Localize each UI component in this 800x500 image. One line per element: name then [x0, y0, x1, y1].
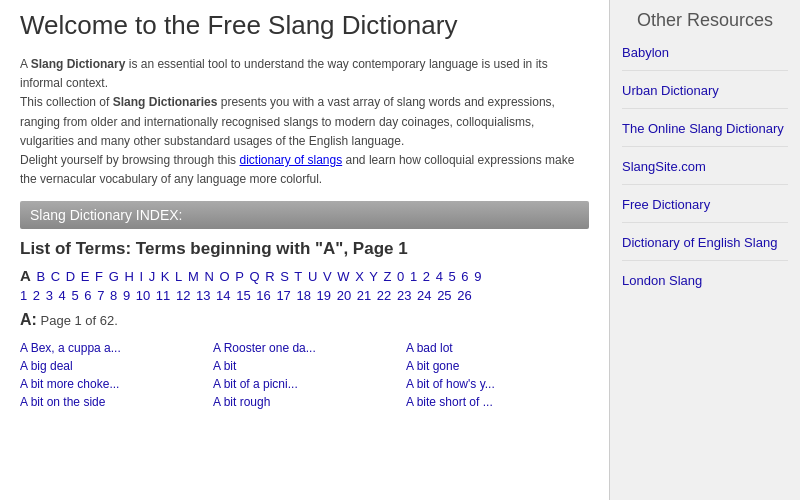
sidebar-link-free-dictionary[interactable]: Free Dictionary — [622, 197, 710, 212]
alpha-link-w[interactable]: W — [337, 269, 349, 284]
alpha-link-i[interactable]: I — [139, 269, 143, 284]
page-link-24[interactable]: 24 — [417, 288, 431, 303]
alpha-link-f[interactable]: F — [95, 269, 103, 284]
sidebar-item-slangsite: SlangSite.com — [622, 159, 788, 185]
terms-grid: A Bex, a cuppa a... A big deal A bit mor… — [20, 339, 589, 411]
page-link-4[interactable]: 4 — [59, 288, 66, 303]
alpha-link-b[interactable]: B — [36, 269, 45, 284]
alpha-link-4[interactable]: 4 — [436, 269, 443, 284]
slangs-link[interactable]: dictionary of slangs — [239, 153, 342, 167]
alpha-link-q[interactable]: Q — [250, 269, 260, 284]
page-of-text: Page 1 of 62. — [41, 313, 118, 328]
page-link-16[interactable]: 16 — [256, 288, 270, 303]
term-a-bit-hows[interactable]: A bit of how's y... — [406, 375, 589, 393]
alpha-link-u[interactable]: U — [308, 269, 317, 284]
sidebar-link-english-slang[interactable]: Dictionary of English Slang — [622, 235, 777, 250]
alpha-link-5[interactable]: 5 — [449, 269, 456, 284]
terms-col3: A bad lot A bit gone A bit of how's y...… — [406, 339, 589, 411]
sidebar-link-london-slang[interactable]: London Slang — [622, 273, 702, 288]
alpha-link-y[interactable]: Y — [369, 269, 378, 284]
sidebar-link-slangsite[interactable]: SlangSite.com — [622, 159, 706, 174]
page-link-25[interactable]: 25 — [437, 288, 451, 303]
page-link-22[interactable]: 22 — [377, 288, 391, 303]
term-a-rooster[interactable]: A Rooster one da... — [213, 339, 396, 357]
page-link-20[interactable]: 20 — [337, 288, 351, 303]
sidebar-link-babylon[interactable]: Babylon — [622, 45, 669, 60]
term-a-bit-picni[interactable]: A bit of a picni... — [213, 375, 396, 393]
page-title: Welcome to the Free Slang Dictionary — [20, 10, 589, 41]
index-label: Slang Dictionary INDEX: — [30, 207, 183, 223]
alpha-link-e[interactable]: E — [81, 269, 90, 284]
alpha-link-h[interactable]: H — [124, 269, 133, 284]
alpha-link-k[interactable]: K — [161, 269, 170, 284]
sidebar-item-babylon: Babylon — [622, 45, 788, 71]
page-link-1[interactable]: 1 — [20, 288, 27, 303]
page-link-8[interactable]: 8 — [110, 288, 117, 303]
page-link-17[interactable]: 17 — [276, 288, 290, 303]
terms-col1: A Bex, a cuppa a... A big deal A bit mor… — [20, 339, 203, 411]
letter-label: A: — [20, 311, 37, 328]
alpha-link-2[interactable]: 2 — [423, 269, 430, 284]
page-link-13[interactable]: 13 — [196, 288, 210, 303]
page-link-7[interactable]: 7 — [97, 288, 104, 303]
page-link-23[interactable]: 23 — [397, 288, 411, 303]
alpha-link-r[interactable]: R — [265, 269, 274, 284]
page-link-2[interactable]: 2 — [33, 288, 40, 303]
term-a-bit-on-the-side[interactable]: A bit on the side — [20, 393, 203, 411]
sidebar-link-urban-dictionary[interactable]: Urban Dictionary — [622, 83, 719, 98]
page-link-6[interactable]: 6 — [84, 288, 91, 303]
alpha-link-d[interactable]: D — [66, 269, 75, 284]
page-link-18[interactable]: 18 — [296, 288, 310, 303]
term-a-bit-gone[interactable]: A bit gone — [406, 357, 589, 375]
sidebar-item-urban-dictionary: Urban Dictionary — [622, 83, 788, 109]
page-link-12[interactable]: 12 — [176, 288, 190, 303]
alpha-link-n[interactable]: N — [204, 269, 213, 284]
sidebar-links: Babylon Urban Dictionary The Online Slan… — [622, 45, 788, 298]
page-link-15[interactable]: 15 — [236, 288, 250, 303]
alpha-link-o[interactable]: O — [219, 269, 229, 284]
alpha-link-p[interactable]: P — [235, 269, 244, 284]
page-link-5[interactable]: 5 — [71, 288, 78, 303]
alphabet-nav: A B C D E F G H I J K L M N O P Q R S T … — [20, 267, 589, 284]
alpha-link-9[interactable]: 9 — [474, 269, 481, 284]
page-link-10[interactable]: 10 — [136, 288, 150, 303]
page-link-9[interactable]: 9 — [123, 288, 130, 303]
term-a-big-deal[interactable]: A big deal — [20, 357, 203, 375]
term-a-bit[interactable]: A bit — [213, 357, 396, 375]
alpha-link-g[interactable]: G — [109, 269, 119, 284]
alpha-link-j[interactable]: J — [149, 269, 156, 284]
intro-section: A Slang Dictionary is an essential tool … — [20, 55, 589, 189]
term-a-bit-rough[interactable]: A bit rough — [213, 393, 396, 411]
term-a-bex[interactable]: A Bex, a cuppa a... — [20, 339, 203, 357]
alpha-link-v[interactable]: V — [323, 269, 332, 284]
term-a-bit-more-choke[interactable]: A bit more choke... — [20, 375, 203, 393]
page-nav: 1 2 3 4 5 6 7 8 9 10 11 12 13 14 15 16 1… — [20, 288, 589, 303]
page-link-3[interactable]: 3 — [46, 288, 53, 303]
alpha-link-z[interactable]: Z — [383, 269, 391, 284]
page-link-21[interactable]: 21 — [357, 288, 371, 303]
term-a-bite-short[interactable]: A bite short of ... — [406, 393, 589, 411]
term-a-bad-lot[interactable]: A bad lot — [406, 339, 589, 357]
alpha-link-s[interactable]: S — [280, 269, 289, 284]
sidebar-item-london-slang: London Slang — [622, 273, 788, 298]
sidebar-item-online-slang: The Online Slang Dictionary — [622, 121, 788, 147]
page-link-11[interactable]: 11 — [156, 288, 170, 303]
index-bar: Slang Dictionary INDEX: — [20, 201, 589, 229]
page-link-14[interactable]: 14 — [216, 288, 230, 303]
alpha-link-c[interactable]: C — [51, 269, 60, 284]
alpha-link-t[interactable]: T — [294, 269, 302, 284]
alpha-link-x[interactable]: X — [355, 269, 364, 284]
alpha-link-0[interactable]: 0 — [397, 269, 404, 284]
sidebar-item-free-dictionary: Free Dictionary — [622, 197, 788, 223]
alpha-link-l[interactable]: L — [175, 269, 182, 284]
page-link-19[interactable]: 19 — [317, 288, 331, 303]
alpha-link-6[interactable]: 6 — [461, 269, 468, 284]
terms-col2: A Rooster one da... A bit A bit of a pic… — [213, 339, 396, 411]
list-heading: List of Terms: Terms beginning with "A",… — [20, 239, 589, 259]
sidebar-link-online-slang[interactable]: The Online Slang Dictionary — [622, 121, 784, 136]
alpha-link-m[interactable]: M — [188, 269, 199, 284]
page-link-26[interactable]: 26 — [457, 288, 471, 303]
alpha-link-a[interactable]: A — [20, 267, 31, 284]
alpha-link-1[interactable]: 1 — [410, 269, 417, 284]
sidebar-title: Other Resources — [622, 10, 788, 31]
